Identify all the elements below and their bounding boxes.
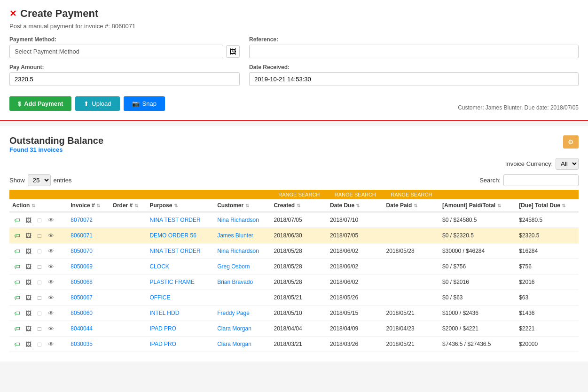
close-icon[interactable]: ✕ bbox=[9, 8, 16, 19]
action-icon-3[interactable]: □ bbox=[35, 308, 44, 318]
upload-button[interactable]: ⬆ Upload bbox=[75, 96, 119, 111]
row-paidtotal: $0 / $2016 bbox=[439, 274, 516, 290]
invoice-currency-select[interactable]: All bbox=[556, 158, 579, 170]
action-icon-3[interactable]: □ bbox=[35, 215, 44, 225]
col-customer[interactable]: Customer ⇅ bbox=[214, 199, 271, 212]
purpose-link[interactable]: PLASTIC FRAME bbox=[149, 279, 194, 285]
action-icon-4[interactable]: 👁 bbox=[46, 231, 55, 240]
purpose-link[interactable]: NINA TEST ORDER bbox=[149, 217, 200, 223]
customer-link[interactable]: Brian Bravado bbox=[217, 279, 253, 285]
action-icon-2[interactable]: 🖼 bbox=[24, 324, 33, 333]
customer-link[interactable]: James Blunter bbox=[217, 232, 253, 239]
row-invoice: 8040044 bbox=[68, 321, 110, 337]
col-invoice[interactable]: Invoice # ⇅ bbox=[68, 199, 110, 212]
action-icon-2[interactable]: 🖼 bbox=[24, 339, 33, 349]
action-icon-3[interactable]: □ bbox=[35, 277, 44, 287]
action-icon-3[interactable]: □ bbox=[35, 246, 44, 256]
form-row-2: Pay Amount: Date Received: bbox=[9, 64, 579, 86]
payment-method-select[interactable]: Select Payment Method bbox=[9, 45, 223, 58]
col-order[interactable]: Order # ⇅ bbox=[110, 199, 147, 212]
invoice-link[interactable]: 8070072 bbox=[71, 217, 93, 223]
col-created[interactable]: Created ⇅ bbox=[271, 199, 328, 212]
row-invoice: 8050068 bbox=[68, 274, 110, 290]
purpose-link[interactable]: IPAD PRO bbox=[149, 341, 176, 347]
action-icon-1[interactable]: 🏷 bbox=[12, 293, 22, 302]
row-paidtotal: $30000 / $46284 bbox=[439, 243, 516, 259]
action-icon-4[interactable]: 👁 bbox=[46, 277, 55, 287]
invoice-link[interactable]: 8050068 bbox=[71, 279, 93, 285]
action-icon-4[interactable]: 👁 bbox=[46, 215, 55, 225]
col-purpose[interactable]: Purpose ⇅ bbox=[147, 199, 214, 212]
customer-link[interactable]: Freddy Page bbox=[217, 310, 250, 316]
action-icon-2[interactable]: 🖼 bbox=[24, 308, 33, 318]
invoice-link[interactable]: 8030035 bbox=[71, 341, 93, 347]
invoice-link[interactable]: 8050060 bbox=[71, 310, 93, 316]
action-icon-4[interactable]: 👁 bbox=[46, 324, 55, 333]
col-datedue[interactable]: Date Due ⇅ bbox=[327, 199, 384, 212]
customer-link[interactable]: Clara Morgan bbox=[217, 325, 251, 332]
action-icon-2[interactable]: 🖼 bbox=[24, 231, 33, 240]
action-icon-1[interactable]: 🏷 bbox=[12, 339, 22, 349]
search-input[interactable] bbox=[503, 174, 579, 186]
table-row: 🏷 🖼 □ 👁 8060071 DEMO ORDER 56 James Blun… bbox=[9, 228, 579, 243]
col-totaldue[interactable]: [Due] Total Due ⇅ bbox=[516, 199, 579, 212]
date-received-input[interactable] bbox=[249, 72, 579, 86]
row-purpose: DEMO ORDER 56 bbox=[147, 228, 214, 243]
col-paidtotal[interactable]: [Amount] Paid/Total ⇅ bbox=[439, 199, 516, 212]
purpose-link[interactable]: OFFICE bbox=[149, 294, 170, 301]
row-created: 2018/04/04 bbox=[271, 321, 328, 337]
camera-icon: 📷 bbox=[132, 100, 140, 107]
action-icon-4[interactable]: 👁 bbox=[46, 339, 55, 349]
action-icon-2[interactable]: 🖼 bbox=[24, 246, 33, 256]
snap-button[interactable]: 📷 Snap bbox=[124, 96, 165, 111]
reference-label: Reference: bbox=[249, 36, 579, 43]
action-icon-1[interactable]: 🏷 bbox=[12, 246, 22, 256]
invoice-link[interactable]: 8050069 bbox=[71, 263, 93, 270]
action-icon-4[interactable]: 👁 bbox=[46, 246, 55, 256]
col-action: Action ⇅ bbox=[9, 199, 68, 212]
action-icon-3[interactable]: □ bbox=[35, 231, 44, 240]
row-paidtotal: $0 / $63 bbox=[439, 290, 516, 306]
purpose-link[interactable]: CLOCK bbox=[149, 263, 169, 270]
action-icon-4[interactable]: 👁 bbox=[46, 262, 55, 271]
action-icon-4[interactable]: 👁 bbox=[46, 308, 55, 318]
action-icon-4[interactable]: 👁 bbox=[46, 293, 55, 302]
row-datepaid bbox=[384, 212, 440, 228]
add-payment-button[interactable]: $ Add Payment bbox=[9, 96, 71, 111]
action-icon-3[interactable]: □ bbox=[35, 293, 44, 302]
action-icon-3[interactable]: □ bbox=[35, 324, 44, 333]
customer-link[interactable]: Greg Osborn bbox=[217, 263, 250, 270]
purpose-link[interactable]: INTEL HDD bbox=[149, 310, 179, 316]
action-icon-1[interactable]: 🏷 bbox=[12, 308, 22, 318]
customer-link[interactable]: Nina Richardson bbox=[217, 248, 259, 254]
purpose-link[interactable]: NINA TEST ORDER bbox=[149, 248, 200, 254]
entries-select[interactable]: 25 bbox=[28, 174, 51, 186]
customer-link[interactable]: Nina Richardson bbox=[217, 217, 259, 223]
action-icon-1[interactable]: 🏷 bbox=[12, 277, 22, 287]
customer-link[interactable]: Clara Morgan bbox=[217, 341, 251, 347]
row-customer: Clara Morgan bbox=[214, 321, 271, 337]
payment-method-icon-btn[interactable]: 🖼 bbox=[226, 45, 240, 58]
row-created: 2018/05/28 bbox=[271, 274, 328, 290]
action-icon-3[interactable]: □ bbox=[35, 339, 44, 349]
invoice-link[interactable]: 8050070 bbox=[71, 248, 93, 254]
pay-amount-input[interactable] bbox=[9, 72, 240, 86]
invoice-link[interactable]: 8040044 bbox=[71, 325, 93, 332]
action-icon-1[interactable]: 🏷 bbox=[12, 231, 22, 240]
purpose-link[interactable]: DEMO ORDER 56 bbox=[149, 232, 196, 239]
action-icon-1[interactable]: 🏷 bbox=[12, 324, 22, 333]
invoice-link[interactable]: 8060071 bbox=[71, 232, 93, 239]
action-icon-2[interactable]: 🖼 bbox=[24, 215, 33, 225]
purpose-link[interactable]: IPAD PRO bbox=[149, 325, 176, 332]
action-icon-1[interactable]: 🏷 bbox=[12, 215, 22, 225]
invoice-link[interactable]: 8050067 bbox=[71, 294, 93, 301]
action-icon-3[interactable]: □ bbox=[35, 262, 44, 271]
action-icon-2[interactable]: 🖼 bbox=[24, 293, 33, 302]
gear-button[interactable]: ⚙ bbox=[563, 135, 579, 149]
row-datedue: 2018/04/09 bbox=[327, 321, 384, 337]
action-icon-1[interactable]: 🏷 bbox=[12, 262, 22, 271]
col-datepaid[interactable]: Date Paid ⇅ bbox=[384, 199, 440, 212]
action-icon-2[interactable]: 🖼 bbox=[24, 277, 33, 287]
action-icon-2[interactable]: 🖼 bbox=[24, 262, 33, 271]
reference-input[interactable] bbox=[249, 45, 579, 58]
